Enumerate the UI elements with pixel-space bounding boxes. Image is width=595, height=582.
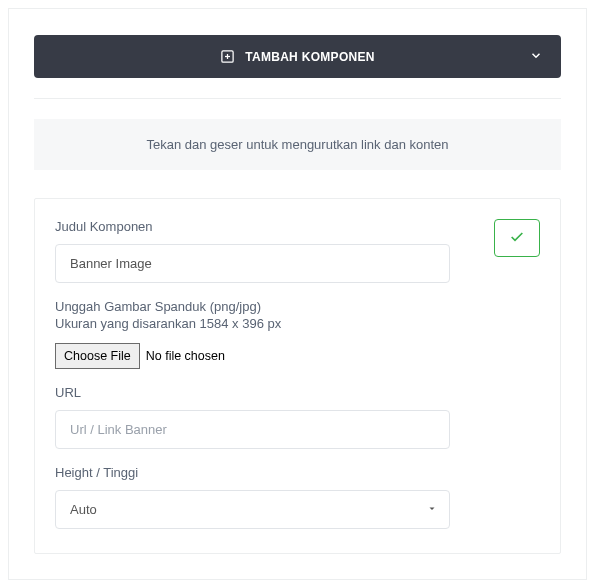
choose-file-button[interactable]: Choose File [55, 343, 140, 369]
divider [34, 98, 561, 99]
confirm-button[interactable] [494, 219, 540, 257]
url-label: URL [55, 385, 540, 400]
add-component-label: TAMBAH KOMPONEN [245, 50, 375, 64]
height-select[interactable]: Auto [55, 490, 450, 529]
title-label: Judul Komponen [55, 219, 494, 234]
settings-panel: TAMBAH KOMPONEN Tekan dan geser untuk me… [8, 8, 587, 580]
chevron-down-icon [529, 48, 543, 65]
component-card: Judul Komponen Unggah Gambar Spanduk (pn… [34, 198, 561, 554]
url-input[interactable] [55, 410, 450, 449]
file-status-text: No file chosen [146, 349, 225, 363]
height-label: Height / Tinggi [55, 465, 540, 480]
check-icon [509, 229, 525, 248]
upload-label: Unggah Gambar Spanduk (png/jpg) [55, 299, 540, 314]
plus-square-icon [220, 49, 235, 64]
add-component-button[interactable]: TAMBAH KOMPONEN [34, 35, 561, 78]
title-input[interactable] [55, 244, 450, 283]
upload-hint: Ukuran yang disarankan 1584 x 396 px [55, 316, 540, 331]
sort-hint-text: Tekan dan geser untuk mengurutkan link d… [146, 137, 448, 152]
sort-hint-box: Tekan dan geser untuk mengurutkan link d… [34, 119, 561, 170]
